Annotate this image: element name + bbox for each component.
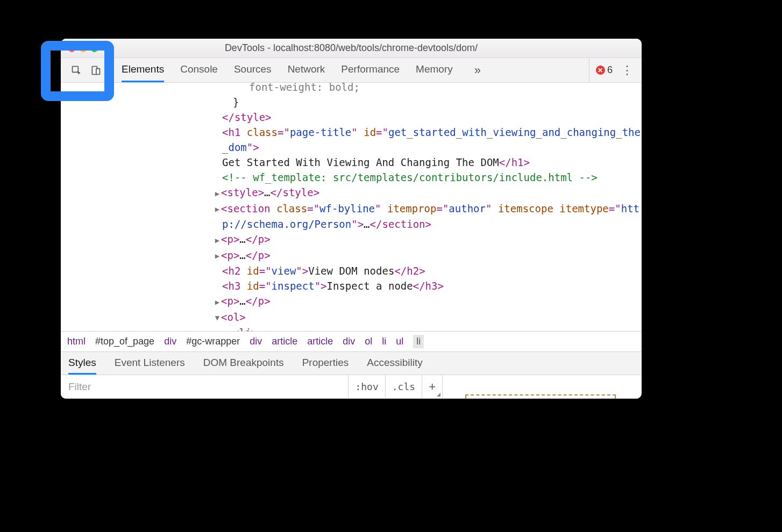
devtools-window: DevTools - localhost:8080/web/tools/chro… xyxy=(61,39,642,399)
window-title: DevTools - localhost:8080/web/tools/chro… xyxy=(225,42,478,54)
tab-elements[interactable]: Elements xyxy=(122,58,164,82)
breadcrumb: html #top_of_page div #gc-wrapper div ar… xyxy=(61,331,642,351)
code-line[interactable]: ▼<ol> xyxy=(115,310,642,326)
breadcrumb-item-selected[interactable]: li xyxy=(413,335,424,348)
panel-tabs: Elements Console Sources Network Perform… xyxy=(109,58,589,82)
code-line[interactable]: ▶<p>…</p> xyxy=(115,293,642,310)
code-line[interactable]: <h2 id="view">View DOM nodes</h2> xyxy=(115,263,642,278)
window-controls xyxy=(68,45,98,52)
hov-toggle[interactable]: :hov xyxy=(349,375,385,398)
code-line[interactable]: <!-- wf_template: src/templates/contribu… xyxy=(115,170,642,185)
breadcrumb-item[interactable]: ul xyxy=(396,336,403,347)
subtab-event-listeners[interactable]: Event Listeners xyxy=(115,352,185,375)
tab-console[interactable]: Console xyxy=(180,58,218,82)
new-style-rule-button[interactable]: + xyxy=(422,375,443,398)
breadcrumb-item[interactable]: div xyxy=(250,336,262,347)
tab-sources[interactable]: Sources xyxy=(234,58,272,82)
code-line[interactable]: <h1 class="page-title" id="get_started_w… xyxy=(115,125,642,155)
error-count-badge[interactable]: ✕ 6 xyxy=(596,64,613,76)
cls-toggle[interactable]: .cls xyxy=(386,375,422,398)
tab-network[interactable]: Network xyxy=(288,58,325,82)
titlebar: DevTools - localhost:8080/web/tools/chro… xyxy=(61,39,642,58)
tab-performance[interactable]: Performance xyxy=(341,58,400,82)
close-window-icon[interactable] xyxy=(68,45,75,52)
code-line[interactable]: Get Started With Viewing And Changing Th… xyxy=(115,155,642,170)
box-model-preview xyxy=(465,394,616,399)
breadcrumb-item[interactable]: #top_of_page xyxy=(95,336,154,347)
code-line[interactable]: font-weight: bold; xyxy=(115,83,642,95)
svg-rect-2 xyxy=(96,68,100,74)
more-tabs-icon[interactable]: » xyxy=(469,63,486,77)
main-toolbar: Elements Console Sources Network Perform… xyxy=(61,58,642,83)
code-line[interactable]: ▼<li> xyxy=(115,325,642,331)
breadcrumb-item[interactable]: article xyxy=(272,336,297,347)
tab-memory[interactable]: Memory xyxy=(416,58,453,82)
maximize-window-icon[interactable] xyxy=(91,45,98,52)
breadcrumb-item[interactable]: article xyxy=(307,336,333,347)
breadcrumb-item[interactable]: html xyxy=(67,336,86,347)
styles-subtabs: Styles Event Listeners DOM Breakpoints P… xyxy=(61,351,642,375)
code-line[interactable]: ▶<section class="wf-byline" itemprop="au… xyxy=(115,201,642,232)
styles-toggle-group: :hov .cls + xyxy=(348,375,443,398)
error-count: 6 xyxy=(607,64,613,76)
code-line[interactable]: ▶<p>…</p> xyxy=(115,232,642,248)
error-icon: ✕ xyxy=(596,66,605,75)
subtab-dom-breakpoints[interactable]: DOM Breakpoints xyxy=(203,352,284,375)
inspector-icon-group xyxy=(64,58,109,82)
styles-filter-input[interactable] xyxy=(61,375,348,398)
inspect-element-icon[interactable] xyxy=(70,64,82,76)
breadcrumb-item[interactable]: div xyxy=(343,336,355,347)
minimize-window-icon[interactable] xyxy=(80,45,87,52)
code-line[interactable]: ▶<p>…</p> xyxy=(115,248,642,264)
elements-tree[interactable]: font-weight: bold; } </style> <h1 class=… xyxy=(61,83,642,331)
code-line[interactable]: ▶<style>…</style> xyxy=(115,185,642,201)
code-line[interactable]: <h3 id="inspect">Inspect a node</h3> xyxy=(115,278,642,293)
breadcrumb-item[interactable]: ol xyxy=(365,336,372,347)
subtab-properties[interactable]: Properties xyxy=(302,352,349,375)
code-line[interactable]: } xyxy=(115,95,642,110)
subtab-accessibility[interactable]: Accessibility xyxy=(367,352,422,375)
toolbar-right: ✕ 6 ⋮ xyxy=(589,58,642,82)
device-toolbar-icon[interactable] xyxy=(90,64,102,76)
breadcrumb-item[interactable]: #gc-wrapper xyxy=(186,336,240,347)
breadcrumb-item[interactable]: li xyxy=(382,336,386,347)
settings-menu-icon[interactable]: ⋮ xyxy=(618,63,636,77)
breadcrumb-item[interactable]: div xyxy=(164,336,176,347)
subtab-styles[interactable]: Styles xyxy=(68,352,96,375)
code-line[interactable]: </style> xyxy=(115,110,642,125)
